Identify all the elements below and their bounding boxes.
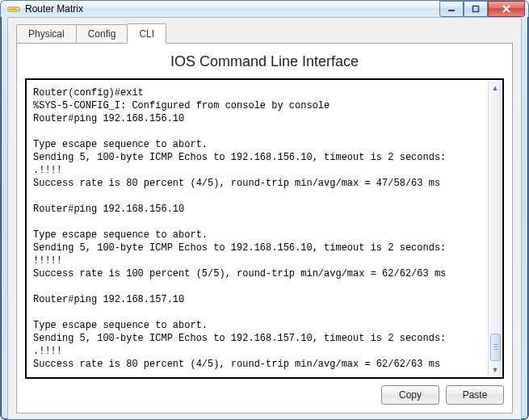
client-area: Physical Config CLI IOS Command Line Int… <box>7 17 522 420</box>
maximize-button[interactable] <box>464 1 488 17</box>
copy-button[interactable]: Copy <box>381 385 439 405</box>
window-title: Router Matrix <box>25 3 439 15</box>
svg-rect-5 <box>473 6 479 12</box>
paste-button[interactable]: Paste <box>446 385 504 405</box>
scroll-track[interactable] <box>489 94 502 363</box>
tab-pane-cli: IOS Command Line Interface Router(config… <box>16 44 513 414</box>
app-icon <box>7 2 20 15</box>
svg-point-3 <box>15 9 16 10</box>
tab-cli[interactable]: CLI <box>127 23 166 44</box>
titlebar[interactable]: Router Matrix <box>1 1 528 17</box>
tab-bar: Physical Config CLI <box>16 23 513 44</box>
tab-config[interactable]: Config <box>76 24 128 43</box>
svg-point-1 <box>10 9 11 10</box>
cli-heading: IOS Command Line Interface <box>25 53 504 70</box>
scrollbar[interactable]: ▲ ▼ <box>488 81 502 376</box>
terminal-container: Router(config)#exit %SYS-5-CONFIG_I: Con… <box>25 78 504 379</box>
tab-physical[interactable]: Physical <box>16 24 77 43</box>
button-row: Copy Paste <box>25 385 504 405</box>
scroll-up-arrow-icon[interactable]: ▲ <box>489 81 502 94</box>
minimize-button[interactable] <box>439 1 464 17</box>
svg-rect-0 <box>8 7 19 11</box>
scroll-thumb[interactable] <box>490 334 501 361</box>
close-button[interactable] <box>488 1 525 17</box>
scroll-down-arrow-icon[interactable]: ▼ <box>489 363 502 376</box>
svg-point-2 <box>12 9 14 10</box>
app-window: Router Matrix Physical Config CLI IOS Co… <box>0 0 529 420</box>
cli-output[interactable]: Router(config)#exit %SYS-5-CONFIG_I: Con… <box>25 78 504 379</box>
window-controls <box>439 1 525 17</box>
